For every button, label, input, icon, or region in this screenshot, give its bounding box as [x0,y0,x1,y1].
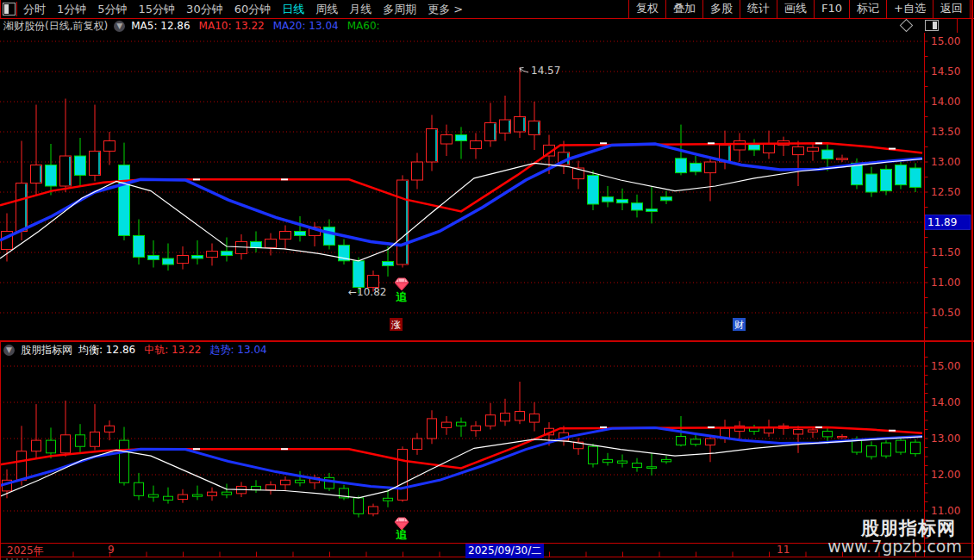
candle [397,175,409,267]
ma-values: MA5: 12.86MA10: 13.22MA20: 13.04MA60: [131,20,379,32]
candle [632,195,643,218]
indicator-header: ▼ 股朋指标网 均衡: 12.86中轨: 13.22趋势: 13.04 [3,344,267,357]
chart-text: 追 [396,528,408,541]
candle [441,125,453,156]
candle [471,421,481,437]
tool-button-复权[interactable]: 复权 [628,0,665,18]
menu-item-5分钟[interactable]: 5分钟 [97,2,127,17]
candle [574,438,584,455]
candle [867,441,877,459]
candle [794,426,803,453]
tool-button-F10[interactable]: F10 [814,0,849,18]
chart-text: 11.00 [931,277,960,289]
candle [222,238,233,262]
candle [60,99,72,193]
chart-header: 湘财股份(日线,前复权) ▼ MA5: 12.86MA10: 13.22MA20… [3,19,380,33]
candle [266,482,276,495]
candle [809,427,818,438]
menu-item-1分钟[interactable]: 1分钟 [57,2,86,17]
chase-gem-icon [395,278,409,290]
candle [222,484,232,499]
candle [75,138,86,186]
candle [134,473,144,501]
candle [457,418,466,437]
candle [281,476,290,491]
candle [164,488,173,504]
indicator-values: 均衡: 12.86中轨: 13.22趋势: 13.04 [78,343,267,358]
tool-button-标记[interactable]: 标记 [849,0,886,18]
candle [32,404,41,458]
menu-item-30分钟[interactable]: 30分钟 [186,2,223,17]
chart-text: 涨 [391,320,401,331]
candle [413,433,422,455]
indicator-candlestick-chart[interactable]: 15.0014.0013.0012.0011.00追 [0,342,974,543]
candle [750,425,759,435]
candle [456,127,467,159]
candle [412,153,423,190]
tool-button-多股[interactable]: 多股 [702,0,740,18]
window-icon[interactable] [925,20,939,31]
menu-divider [16,2,17,16]
menu-item-多周期[interactable]: 多周期 [383,2,416,17]
menu-item-周线[interactable]: 周线 [315,2,338,17]
window-icon-fill [933,22,937,29]
candle [530,402,540,432]
candle [486,403,496,430]
menu-item-15分钟[interactable]: 15分钟 [139,2,176,17]
tool-button-返回[interactable]: 返回 [933,0,971,18]
candle [119,143,130,240]
candle [309,222,321,246]
chart-text: 12.50 [931,186,960,198]
candle [896,162,907,190]
candle [661,191,672,204]
main-candlestick-chart[interactable]: 15.0014.5014.0013.5013.0012.5011.5011.00… [0,33,974,341]
candle [603,186,614,208]
candle [47,427,56,458]
menu-item-分时[interactable]: 分时 [23,2,46,17]
chevron-down-icon[interactable]: ▼ [114,21,125,32]
tool-button-画线[interactable]: 画线 [777,0,814,18]
candle [705,159,716,202]
candle [603,453,613,466]
candle [749,139,760,156]
chart-text: 财 [734,320,744,331]
header-icons [902,20,939,31]
candle [501,399,510,426]
menu-item-月线[interactable]: 月线 [349,2,371,17]
candle [17,426,27,485]
indicator-name: 股朋指标网 [21,343,72,358]
window-icon[interactable] [3,3,16,16]
candle [354,495,364,517]
top-menu-bar: 分时1分钟5分钟15分钟30分钟60分钟日线周线月线多周期更多 > 复权叠加多股… [0,0,974,18]
candle [735,421,745,439]
chevron-down-icon[interactable]: ▼ [3,345,15,356]
candle [529,102,540,150]
value-field: MA5: 12.86 [131,20,190,32]
candle [778,137,790,156]
candle [134,220,145,265]
candle [280,226,291,250]
chart-text: 11.00 [931,505,960,517]
tool-button-叠加[interactable]: 叠加 [665,0,702,18]
candle [838,434,847,439]
candle [647,453,657,476]
candle [764,131,775,159]
value-field: 中轨: 13.22 [144,343,201,358]
price-axis-line [924,33,925,557]
left-border-top [0,0,1,18]
menu-item-日线[interactable]: 日线 [282,2,304,17]
candle [296,471,305,487]
candle [178,246,189,270]
window-icon-fill [4,4,9,14]
diamond-icon[interactable] [900,19,914,33]
tool-button-统计[interactable]: 统计 [740,0,777,18]
menu-item-更多 >[interactable]: 更多 > [428,2,463,17]
watermark-url: www.7gpzb.com [827,537,962,556]
candle [148,240,159,268]
candle [16,141,28,241]
candle [779,423,789,434]
menu-item-60分钟[interactable]: 60分钟 [234,2,272,17]
tool-button-+自选[interactable]: +自选 [886,0,933,18]
candle [882,440,891,458]
chart-text: 14.00 [931,96,960,108]
